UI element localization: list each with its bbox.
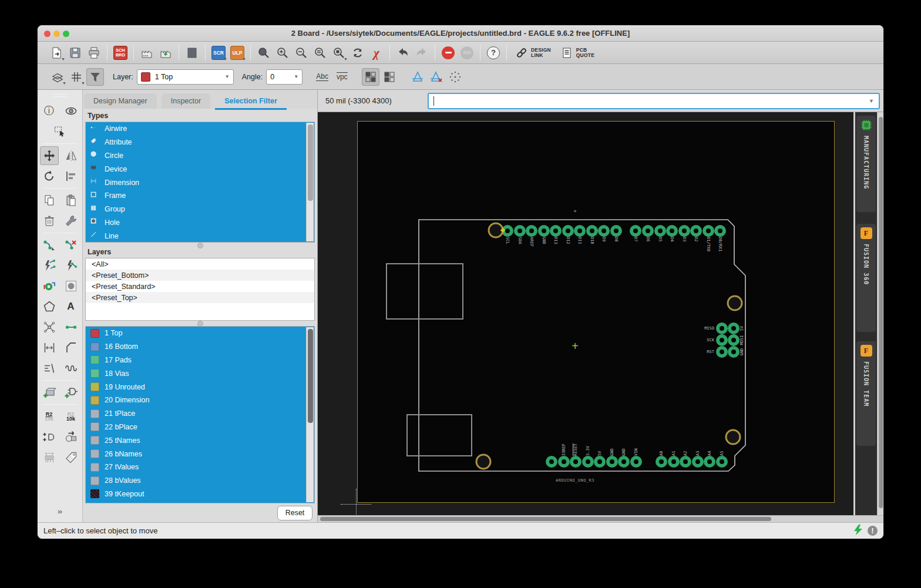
through-hole-pad[interactable]	[716, 334, 728, 346]
ratsnest-tool[interactable]	[40, 318, 59, 337]
route-diffpair-tool[interactable]	[40, 256, 59, 275]
type-row-line[interactable]: Line	[86, 229, 314, 243]
meander-tool[interactable]	[62, 359, 80, 378]
type-row-frame[interactable]: Frame	[86, 189, 314, 203]
zoom-window-button[interactable]	[63, 31, 69, 37]
type-row-hole[interactable]: Hole	[86, 216, 314, 230]
zoom-in-button[interactable]	[274, 44, 291, 62]
stop-button[interactable]	[439, 44, 457, 62]
tab-design-manager[interactable]: Design Manager	[84, 93, 157, 109]
route-tool[interactable]	[40, 236, 59, 254]
group-select-tool[interactable]	[51, 122, 69, 141]
zoom-select-button[interactable]	[311, 44, 329, 62]
through-hole-pad[interactable]	[558, 456, 570, 468]
layer-dropdown[interactable]: 1 Top ▼	[137, 69, 234, 85]
layer-row-1-top[interactable]: 1 Top	[86, 327, 314, 340]
undo-button[interactable]	[394, 44, 412, 62]
pcb-quote-button[interactable]: PCBQUOTE	[560, 44, 594, 62]
command-history-dropdown-icon[interactable]: ▼	[869, 98, 874, 104]
design-link-button[interactable]: DESIGNLINK	[515, 44, 551, 62]
mounting-hole[interactable]	[476, 454, 492, 470]
rotate-tool[interactable]	[40, 167, 59, 186]
tab-selection-filter[interactable]: Selection Filter	[215, 93, 287, 109]
layer-row-26-bnames[interactable]: 26 bNames	[86, 447, 314, 461]
board-canvas[interactable]: SCLSDAAREFGNDD13D12D11D10D9D8D7D6D5D4D3D…	[318, 112, 853, 515]
show-tool[interactable]	[62, 102, 80, 120]
library-button[interactable]	[183, 44, 201, 62]
layer-settings-button[interactable]: ▼	[49, 68, 66, 86]
delete-tool[interactable]	[40, 211, 59, 230]
split-tool[interactable]	[40, 359, 59, 378]
minimize-window-button[interactable]	[53, 31, 60, 37]
through-hole-pad[interactable]	[630, 225, 641, 237]
mirror-tool[interactable]	[62, 146, 80, 165]
more-tools-chevron-icon[interactable]: »	[38, 508, 82, 516]
title-bar[interactable]: 2 Board - /Users/siytek/Documents/EAGLE/…	[38, 25, 883, 42]
replace-tool[interactable]	[62, 428, 80, 446]
selection-filter-button[interactable]	[86, 68, 104, 86]
type-row-group[interactable]: Group	[86, 203, 314, 216]
through-hole-pad[interactable]	[546, 456, 557, 468]
splitter-handle[interactable]	[83, 243, 317, 248]
through-hole-pad[interactable]	[538, 225, 550, 237]
command-input[interactable]: ▼	[428, 93, 880, 109]
layer-row-27-tvalues[interactable]: 27 tValues	[86, 461, 314, 474]
new-open-button[interactable]: ▼	[48, 44, 65, 62]
splitter-handle[interactable]	[83, 321, 317, 326]
palette-grip[interactable]	[53, 96, 66, 97]
through-hole-pad[interactable]	[606, 456, 618, 468]
abc-button[interactable]: Abc	[316, 72, 328, 81]
through-hole-pad[interactable]	[514, 225, 526, 237]
vertical-scrollbar[interactable]	[877, 112, 883, 515]
layer-row-28-bvalues[interactable]: 28 bValues	[86, 474, 314, 488]
change-tool[interactable]	[62, 211, 80, 230]
autoroute-tool[interactable]	[62, 256, 80, 275]
cancel-command-button[interactable]: χ	[368, 44, 385, 62]
through-hole-pad[interactable]	[642, 225, 654, 237]
mounting-hole[interactable]	[725, 429, 741, 445]
through-hole-pad[interactable]	[728, 322, 740, 334]
pad-display-2-button[interactable]	[381, 68, 398, 86]
move-tool[interactable]	[40, 146, 59, 165]
via-tool[interactable]	[40, 277, 59, 295]
through-hole-pad[interactable]	[678, 225, 690, 237]
type-row-device[interactable]: Device	[86, 162, 314, 176]
run-ulp-button[interactable]: ULP▼	[228, 44, 246, 62]
through-hole-pad[interactable]	[654, 225, 666, 237]
ripup-tool[interactable]	[62, 236, 80, 254]
layer-preset-row[interactable]: <Preset_Top>	[86, 292, 314, 303]
through-hole-pad[interactable]	[668, 456, 680, 468]
copy-tool[interactable]	[40, 191, 59, 210]
layer-colors-list[interactable]: 1 Top16 Bottom17 Pads18 Vias19 Unrouted2…	[85, 326, 315, 503]
through-hole-pad[interactable]	[728, 346, 740, 358]
glow-highlight-button[interactable]	[446, 68, 464, 86]
through-hole-pad[interactable]	[716, 346, 728, 358]
close-window-button[interactable]	[44, 31, 51, 37]
type-row-dimension[interactable]: Dimension	[86, 176, 314, 189]
zoom-redraw-button[interactable]: ▼	[330, 44, 348, 62]
layer-row-20-dimension[interactable]: 20 Dimension	[86, 394, 314, 407]
angle-dropdown[interactable]: 0 ▼	[266, 69, 302, 85]
reset-button[interactable]: Reset	[277, 506, 312, 520]
package-tool[interactable]	[40, 448, 59, 467]
layer-row-16-bottom[interactable]: 16 Bottom	[86, 340, 314, 354]
layer-row-39-tkeepout[interactable]: 39 tKeepout	[86, 488, 314, 501]
through-hole-pad[interactable]	[618, 456, 630, 468]
sch-brd-switch-button[interactable]: SCHBRD	[112, 44, 129, 62]
grid-button[interactable]: ▼	[68, 68, 85, 86]
type-row-circle[interactable]: Circle	[86, 149, 314, 163]
through-hole-pad[interactable]	[704, 456, 715, 468]
text-tool[interactable]: A	[62, 297, 80, 316]
angle-off-button[interactable]	[428, 68, 445, 86]
pinswap-tool[interactable]	[40, 428, 59, 446]
through-hole-pad[interactable]	[690, 225, 702, 237]
add-device-tool[interactable]	[62, 383, 80, 402]
print-button[interactable]	[85, 44, 103, 62]
through-hole-pad[interactable]	[692, 456, 704, 468]
layer-preset-row[interactable]: <Preset_Standard>	[86, 281, 314, 292]
layer-preset-row[interactable]: <Preset_Bottom>	[86, 270, 314, 281]
pad-display-1-button[interactable]	[362, 68, 379, 86]
through-hole-pad[interactable]	[550, 225, 562, 237]
through-hole-pad[interactable]	[666, 225, 678, 237]
layer-row-18-vias[interactable]: 18 Vias	[86, 367, 314, 380]
